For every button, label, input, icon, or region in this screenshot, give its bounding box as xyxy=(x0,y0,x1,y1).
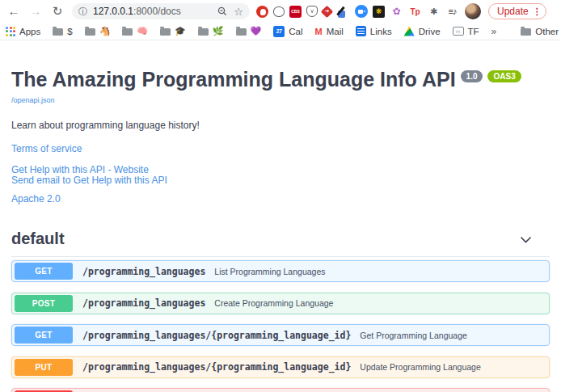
operation-path: /programming_languages/{programming_lang… xyxy=(82,361,351,373)
bookmark-item[interactable]: 💜 xyxy=(236,27,262,36)
reload-button[interactable]: ↻ xyxy=(50,0,65,23)
terms-of-service-link[interactable]: Terms of service xyxy=(11,144,550,155)
opblock-post[interactable]: POST/programming_languagesCreate Program… xyxy=(11,293,550,314)
bookmark-item[interactable]: MMail xyxy=(315,27,344,36)
operation-summary: Get Programming Language xyxy=(360,331,467,340)
bookmark-label: Drive xyxy=(419,27,441,36)
license-link[interactable]: Apache 2.0 xyxy=(11,194,550,205)
playlist-extension-icon[interactable]: ≡♪ xyxy=(445,5,459,19)
red-circle-extension-icon[interactable] xyxy=(256,6,268,18)
operations-list: GET/programming_languagesList Programmin… xyxy=(11,260,550,392)
contact-email-link[interactable]: Send email to Get Help with this API xyxy=(11,175,550,187)
opblock-delete[interactable]: DELETE/programming_languages/{programmin… xyxy=(11,388,550,392)
operation-summary: Create Programming Language xyxy=(214,298,333,308)
links-icon xyxy=(356,26,366,36)
other-bookmarks-label: Other Bookmarks xyxy=(535,27,561,36)
bookmark-item[interactable]: 27Cal xyxy=(273,26,302,37)
folder-icon xyxy=(85,28,95,36)
bookmark-item[interactable]: 🎓 xyxy=(160,27,186,36)
bookmark-label: Mail xyxy=(327,27,344,36)
update-label: Update xyxy=(497,6,529,17)
purple-flower-extension-icon[interactable]: ✿ xyxy=(390,5,403,19)
folder-icon xyxy=(521,28,531,36)
bookmarks-overflow-chevron[interactable]: » xyxy=(491,26,497,37)
folder-icon xyxy=(53,28,63,36)
section-collapse-chevron-icon[interactable] xyxy=(520,232,532,247)
apps-grid-icon xyxy=(6,27,15,36)
browser-toolbar: ← → ↻ ⓘ 127.0.0.1:8000/docs ☆ CBS∨❋✿Tp✱≡… xyxy=(0,0,561,23)
drive-icon xyxy=(404,27,415,36)
address-bar[interactable]: ⓘ 127.0.0.1:8000/docs ☆ xyxy=(72,3,250,19)
bookmark-item[interactable]: Links xyxy=(356,26,392,36)
profile-avatar[interactable] xyxy=(465,3,481,19)
folder-icon xyxy=(122,28,133,36)
section-title: default xyxy=(11,230,65,248)
openapi-spec-link[interactable]: /openapi.json xyxy=(11,96,55,104)
operation-summary: List Programming Languages xyxy=(214,267,325,276)
update-button[interactable]: Update ⋮ xyxy=(488,3,546,19)
bookmark-label: Cal xyxy=(289,27,302,36)
bookmark-label: 🐴 xyxy=(99,27,111,36)
url-text[interactable]: 127.0.0.1:8000/docs xyxy=(93,6,211,17)
info-links: Terms of serviceGet Help with this API -… xyxy=(11,144,550,204)
bookmark-item[interactable]: Drive xyxy=(404,27,441,36)
folder-icon xyxy=(198,28,209,36)
video-call-extension-icon[interactable] xyxy=(355,5,368,18)
oas3-badge: OAS3 xyxy=(487,70,521,82)
extensions-area: CBS∨❋✿Tp✱≡♪ xyxy=(256,5,459,19)
bookmark-label: Apps xyxy=(19,27,40,36)
folder-icon xyxy=(160,28,171,36)
folder-icon xyxy=(236,28,247,36)
bookmark-star-icon[interactable]: ☆ xyxy=(234,6,243,18)
bookmark-label: 🎓 xyxy=(175,27,186,36)
menu-kebab-icon[interactable]: ⋮ xyxy=(533,6,542,17)
bookmark-item[interactable]: 🐴 xyxy=(85,27,111,36)
gmail-icon: M xyxy=(315,27,323,36)
red-diamond-arrow-extension-icon[interactable] xyxy=(321,5,334,18)
chat-bubble-extension-icon[interactable] xyxy=(273,6,285,17)
cbs-extension-icon[interactable]: CBS xyxy=(289,6,302,18)
gray-star-extension-icon[interactable]: ✱ xyxy=(427,5,441,19)
bookmark-label: 💜 xyxy=(251,27,262,36)
opblock-get[interactable]: GET/programming_languagesList Programmin… xyxy=(11,260,550,282)
version-badge: 1.0 xyxy=(461,70,483,82)
contact-website-link[interactable]: Get Help with this API - Website xyxy=(11,165,550,176)
site-info-icon[interactable]: ⓘ xyxy=(78,6,87,18)
opblock-get[interactable]: GET/programming_languages/{programming_l… xyxy=(11,324,550,346)
pocket-extension-icon[interactable]: ∨ xyxy=(306,6,318,17)
method-badge-post: POST xyxy=(15,295,73,312)
operation-path: /programming_languages/{programming_lang… xyxy=(82,330,351,341)
bookmark-label: $ xyxy=(67,27,72,36)
bookmark-item[interactable]: ▭TF xyxy=(453,27,479,36)
operation-summary: Update Programming Language xyxy=(360,362,480,372)
method-badge-get: GET xyxy=(15,263,73,280)
page-title: The Amazing Programming Language Info AP… xyxy=(11,67,550,91)
bookmark-label: 🌿 xyxy=(213,27,224,36)
method-badge-put: PUT xyxy=(15,359,73,376)
section-default-header[interactable]: default xyxy=(11,230,550,257)
calendar-icon: 27 xyxy=(273,26,285,37)
api-description: Learn about programming language history… xyxy=(11,120,550,131)
back-button[interactable]: ← xyxy=(6,0,21,23)
opblock-put[interactable]: PUT/programming_languages/{programming_l… xyxy=(11,356,550,378)
bookmark-item[interactable]: Apps xyxy=(6,27,40,36)
zoom-level-icon[interactable] xyxy=(217,6,227,16)
tp-extension-icon[interactable]: Tp xyxy=(408,5,422,19)
bookmark-label: 🧠 xyxy=(137,27,148,36)
bookmark-item[interactable]: $ xyxy=(53,27,72,36)
other-bookmarks-folder[interactable]: Other Bookmarks xyxy=(521,27,561,36)
bookmark-item[interactable]: 🧠 xyxy=(122,27,148,36)
tf-icon: ▭ xyxy=(453,27,464,36)
swagger-page: The Amazing Programming Language Info AP… xyxy=(0,67,561,392)
bookmark-label: TF xyxy=(468,27,479,36)
color-picker-extension-icon[interactable] xyxy=(336,5,350,19)
bookmark-label: Links xyxy=(370,27,392,36)
operation-path: /programming_languages xyxy=(82,266,205,277)
bookmark-item[interactable]: 🌿 xyxy=(198,27,224,36)
pinwheel-extension-icon[interactable]: ❋ xyxy=(373,6,385,18)
operation-path: /programming_languages xyxy=(82,297,205,309)
forward-button[interactable]: → xyxy=(28,0,43,23)
bookmarks-bar: Apps$🐴🧠🎓🌿💜27CalMMailLinksDrive▭TF»Other … xyxy=(0,23,561,40)
method-badge-get: GET xyxy=(15,327,73,344)
